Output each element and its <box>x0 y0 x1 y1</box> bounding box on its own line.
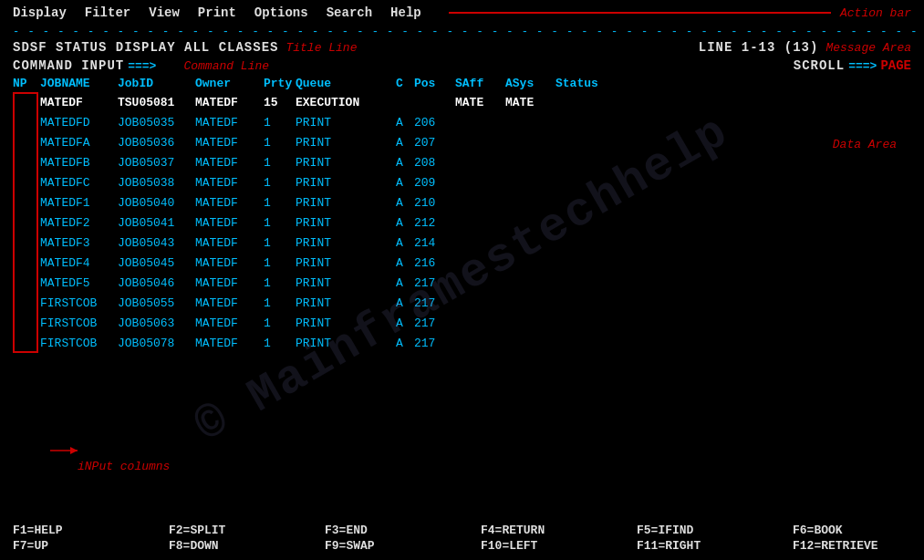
cell-jobname: MATEDF1 <box>40 196 118 210</box>
cell-c: A <box>396 296 414 310</box>
table-row[interactable]: MATEDF2JOB05041MATEDF1PRINTA212 <box>13 213 911 233</box>
cell-queue: PRINT <box>296 276 396 290</box>
menu-filter[interactable]: Filter <box>85 5 130 20</box>
menu-display[interactable]: Display <box>13 5 67 20</box>
cell-pos: 214 <box>414 236 455 250</box>
cell-owner: MATEDF <box>195 337 264 350</box>
cell-jobid: JOB05040 <box>118 196 195 210</box>
cell-owner: MATEDF <box>195 176 264 190</box>
fkey-f3[interactable]: F3=END <box>325 524 443 537</box>
cell-jobid: JOB05035 <box>118 116 195 130</box>
cell-jobname: MATEDF3 <box>40 236 118 250</box>
table-row[interactable]: FIRSTCOBJOB05063MATEDF1PRINTA217 <box>13 313 911 333</box>
menu-help[interactable]: Help <box>390 5 421 20</box>
cell-pos: 209 <box>414 176 455 190</box>
fkeys-row-1: F1=HELP F2=SPLIT F3=END F4=RETURN F5=IFI… <box>13 524 911 537</box>
action-bar-label: Action bar <box>840 6 911 20</box>
fkey-f4[interactable]: F4=RETURN <box>481 524 599 537</box>
dashed-separator: - - - - - - - - - - - - - - - - - - - - … <box>0 26 924 38</box>
command-line: COMMAND INPUT ===> Command Line SCROLL =… <box>0 57 924 75</box>
table-row[interactable]: FIRSTCOBJOB05055MATEDF1PRINTA217 <box>13 293 911 313</box>
cell-prty: 1 <box>264 316 296 330</box>
col-header-jobname: JOBNAME <box>40 77 118 90</box>
fkey-f9[interactable]: F9=SWAP <box>325 539 443 553</box>
table-row[interactable]: MATEDF1JOB05040MATEDF1PRINTA210 <box>13 192 911 213</box>
cell-jobname: MATEDFB <box>40 156 118 170</box>
cell-pos: 208 <box>414 156 455 170</box>
table-row[interactable]: MATEDF4JOB05045MATEDF1PRINTA216 <box>13 253 911 273</box>
table-row[interactable]: MATEDF5JOB05046MATEDF1PRINTA217 <box>13 273 911 293</box>
action-bar: Display Filter View Print Options Search… <box>0 0 924 26</box>
svg-marker-1 <box>70 447 78 454</box>
cell-pos: 210 <box>414 196 455 210</box>
cell-jobid: JOB05043 <box>118 236 195 250</box>
menu-search[interactable]: Search <box>327 5 372 20</box>
menu-view[interactable]: View <box>149 5 180 20</box>
cell-owner: MATEDF <box>195 296 264 310</box>
col-header-prty: Prty <box>264 77 296 90</box>
fkey-f10[interactable]: F10=LEFT <box>481 539 599 553</box>
fkeys-row-2: F7=UP F8=DOWN F9=SWAP F10=LEFT F11=RIGHT… <box>13 539 911 553</box>
fkey-f11[interactable]: F11=RIGHT <box>637 539 755 553</box>
col-header-asys: ASys <box>505 77 555 90</box>
cell-owner: MATEDF <box>195 216 264 230</box>
cell-jobid: JOB05045 <box>118 256 195 270</box>
fkey-f2[interactable]: F2=SPLIT <box>169 524 287 537</box>
cell-jobname: MATEDF4 <box>40 256 118 270</box>
table-row[interactable]: MATEDFAJOB05036MATEDF1PRINTA207 <box>13 132 911 152</box>
table-row[interactable]: MATEDFTSU05081MATEDF15EXECUTIONMATEMATE <box>13 92 911 112</box>
fkey-f5[interactable]: F5=IFIND <box>637 524 755 537</box>
table-row[interactable]: MATEDF3JOB05043MATEDF1PRINTA214 <box>13 233 911 253</box>
cell-jobname: MATEDFD <box>40 116 118 130</box>
cell-jobid: JOB05078 <box>118 337 195 350</box>
table-row[interactable]: MATEDFBJOB05037MATEDF1PRINTA208 <box>13 152 911 172</box>
cell-jobname: MATEDF5 <box>40 276 118 290</box>
cell-c: A <box>396 116 414 130</box>
cell-saff: MATE <box>455 96 505 109</box>
cell-queue: PRINT <box>296 116 396 130</box>
table-row[interactable]: MATEDFDJOB05035MATEDF1PRINTA206 <box>13 112 911 132</box>
fkey-f8[interactable]: F8=DOWN <box>169 539 287 553</box>
cell-c: A <box>396 196 414 210</box>
cell-prty: 1 <box>264 116 296 130</box>
input-columns-annotation: iNPut columns <box>50 460 170 473</box>
cell-c: A <box>396 337 414 350</box>
fkey-f12[interactable]: F12=RETRIEVE <box>793 539 911 553</box>
col-header-np: NP <box>13 77 40 90</box>
cell-c: A <box>396 276 414 290</box>
cell-pos: 217 <box>414 276 455 290</box>
data-rows: MATEDFTSU05081MATEDF15EXECUTIONMATEMATEM… <box>13 92 911 353</box>
cell-asys: MATE <box>505 96 555 109</box>
message-area-label: Message Area <box>825 41 911 55</box>
cell-owner: MATEDF <box>195 156 264 170</box>
title-line: SDSF STATUS DISPLAY ALL CLASSES Title Li… <box>0 38 924 57</box>
fkey-f1[interactable]: F1=HELP <box>13 524 131 537</box>
fkey-f7[interactable]: F7=UP <box>13 539 131 553</box>
table-row[interactable]: MATEDFCJOB05038MATEDF1PRINTA209 <box>13 172 911 192</box>
action-bar-divider <box>449 12 831 14</box>
data-area-annotation: Data Area <box>833 138 897 151</box>
menu-options[interactable]: Options <box>254 5 308 20</box>
cell-queue: PRINT <box>296 136 396 150</box>
cell-c: A <box>396 156 414 170</box>
cell-prty: 1 <box>264 276 296 290</box>
cell-jobid: JOB05055 <box>118 296 195 310</box>
cell-queue: PRINT <box>296 316 396 330</box>
command-line-label: Command Line <box>183 59 269 73</box>
table-row[interactable]: FIRSTCOBJOB05078MATEDF1PRINTA217 <box>13 333 911 353</box>
cell-prty: 15 <box>264 96 296 109</box>
cell-queue: PRINT <box>296 296 396 310</box>
cell-queue: EXECUTION <box>296 96 396 109</box>
cell-pos: 212 <box>414 216 455 230</box>
cell-pos: 217 <box>414 337 455 350</box>
fkey-f6[interactable]: F6=BOOK <box>793 524 911 537</box>
cell-prty: 1 <box>264 196 296 210</box>
menu-print[interactable]: Print <box>198 5 236 20</box>
cell-queue: PRINT <box>296 156 396 170</box>
col-header-owner: Owner <box>195 77 264 90</box>
cell-jobname: MATEDF2 <box>40 216 118 230</box>
cell-c: A <box>396 176 414 190</box>
cell-pos: 217 <box>414 316 455 330</box>
cell-jobname: FIRSTCOB <box>40 296 118 310</box>
col-header-saff: SAff <box>455 77 505 90</box>
